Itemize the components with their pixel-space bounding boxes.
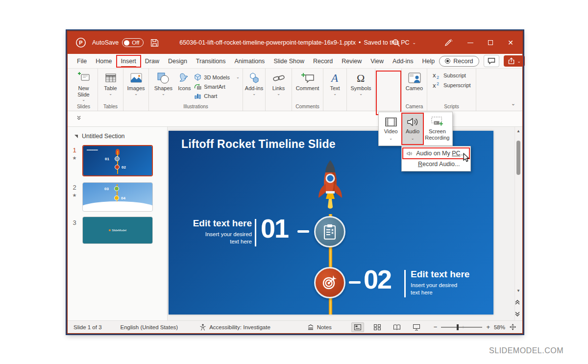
clipboard-icon xyxy=(322,223,337,240)
comment-bubble-icon xyxy=(488,57,495,65)
minimize-button[interactable] xyxy=(467,43,473,43)
accessibility-status[interactable]: Accessibility: Investigate xyxy=(199,324,270,331)
autosave-control[interactable]: AutoSave Off xyxy=(92,38,144,47)
video-film-icon xyxy=(384,116,398,128)
reading-view-button[interactable] xyxy=(391,322,403,332)
superscript-button[interactable]: x2 Superscript xyxy=(432,81,476,89)
connector-dash xyxy=(349,281,361,284)
milestone-2-textbox[interactable]: Edit text here Insert your desired text … xyxy=(411,269,485,296)
chart-button[interactable]: Chart xyxy=(194,92,239,99)
slide-1-number: 1 xyxy=(71,146,78,154)
icons-bird-icon xyxy=(178,71,190,85)
tab-design[interactable]: Design xyxy=(164,55,192,67)
new-slide-button[interactable]: New Slide ⌄ xyxy=(73,71,95,102)
menu-item-screen-recording[interactable]: Screen Recording xyxy=(423,113,451,145)
language-status[interactable]: English (United States) xyxy=(121,324,178,330)
menu-item-video[interactable]: Video ⌄ xyxy=(380,113,402,145)
tab-help[interactable]: Help xyxy=(417,55,439,67)
collapse-ribbon-chevron-icon[interactable]: ⌄ xyxy=(511,100,515,107)
comment-button[interactable]: Comment xyxy=(293,71,322,92)
close-button[interactable]: ✕ xyxy=(508,39,514,46)
milestone-2-number[interactable]: 02 xyxy=(364,266,391,292)
new-comment-icon xyxy=(301,71,315,85)
group-links: Links ⌄ xyxy=(266,69,292,111)
zoom-level[interactable]: 58% xyxy=(494,324,505,330)
zoom-slider[interactable]: + xyxy=(441,327,482,328)
tab-transitions[interactable]: Transitions xyxy=(192,55,230,67)
scroll-down-icon[interactable]: ▼ xyxy=(515,289,522,293)
tab-slide-show[interactable]: Slide Show xyxy=(269,55,309,67)
tab-animations[interactable]: Animations xyxy=(230,55,270,67)
menu-item-audio[interactable]: Audio ⌄ xyxy=(402,113,423,145)
slide-show-button[interactable] xyxy=(410,322,423,332)
section-header[interactable]: Untitled Section xyxy=(74,133,125,140)
tab-home[interactable]: Home xyxy=(91,55,116,67)
menu-item-audio-on-my-pc[interactable]: Audio on My PC... xyxy=(403,148,469,159)
slide-indicator[interactable]: Slide 1 of 3 xyxy=(74,324,102,330)
tab-view[interactable]: View xyxy=(366,55,388,67)
text-button[interactable]: A Text ⌄ xyxy=(325,71,345,96)
zoom-slider-thumb[interactable] xyxy=(457,324,459,330)
saved-status: Saved to this PC xyxy=(364,39,409,46)
vertical-scrollbar[interactable]: ▲ ▼ xyxy=(514,127,521,320)
next-slide-icon[interactable] xyxy=(515,312,522,316)
chevron-down-icon: ⌄ xyxy=(413,40,416,45)
normal-view-button[interactable] xyxy=(351,322,364,332)
autosave-toggle[interactable]: Off xyxy=(122,38,144,47)
slide-thumbnail-2[interactable]: 03 04 xyxy=(82,182,153,212)
comments-button[interactable] xyxy=(484,55,499,67)
record-button[interactable]: Record xyxy=(439,56,479,67)
slide-sorter-view-button[interactable] xyxy=(371,322,384,332)
milestone-1-number[interactable]: 01 xyxy=(261,215,288,242)
menu-item-record-audio[interactable]: Record Audio... xyxy=(403,159,469,170)
tab-insert[interactable]: Insert xyxy=(117,55,141,67)
cameo-button[interactable]: Cameo xyxy=(403,71,426,92)
divider-bar xyxy=(255,219,256,246)
document-title[interactable]: 65036-01-lift-off-rocket-timeline-powerp… xyxy=(179,39,416,46)
slide-title[interactable]: Liftoff Rocket Timeline Slide xyxy=(181,138,336,151)
rocket-graphic[interactable] xyxy=(313,159,348,217)
scroll-up-icon[interactable]: ▲ xyxy=(515,129,522,133)
share-button[interactable]: ⌄ xyxy=(504,55,525,67)
notes-icon xyxy=(307,324,315,331)
maximize-button[interactable] xyxy=(488,40,493,45)
tab-file[interactable]: File xyxy=(73,55,91,67)
save-icon[interactable] xyxy=(150,39,159,47)
cameo-icon xyxy=(408,71,421,85)
zoom-in-button[interactable]: + xyxy=(486,324,490,330)
milestone-1-circle[interactable] xyxy=(314,216,345,247)
slide-thumbnail-1[interactable]: ▬▬▬▬▬ 01 02 xyxy=(82,145,153,176)
pen-tools-icon[interactable] xyxy=(444,38,453,47)
symbols-button[interactable]: Ω Symbols ⌄ xyxy=(348,71,374,96)
search-icon[interactable] xyxy=(392,39,400,47)
images-button[interactable]: Images ⌄ xyxy=(125,71,147,96)
tab-record[interactable]: Record xyxy=(309,55,337,67)
table-button[interactable]: Table ⌄ xyxy=(99,71,122,96)
images-icon xyxy=(130,71,143,85)
milestone-1-textbox[interactable]: Edit text here Insert your desired text … xyxy=(178,218,252,245)
chevron-down-icon: ⌄ xyxy=(411,137,415,141)
add-ins-button[interactable]: Add-ins ⌄ xyxy=(244,71,265,96)
links-button[interactable]: Links ⌄ xyxy=(268,71,290,96)
tab-review[interactable]: Review xyxy=(337,55,366,67)
zoom-out-button[interactable]: − xyxy=(434,324,438,330)
fit-slide-button[interactable] xyxy=(509,323,516,331)
notes-button[interactable]: Notes xyxy=(304,323,335,332)
previous-slide-icon[interactable] xyxy=(515,300,522,305)
tab-draw[interactable]: Draw xyxy=(141,55,164,67)
superscript-icon: x2 xyxy=(432,81,441,89)
3d-models-button[interactable]: 3D Models ⌄ xyxy=(194,73,239,81)
shapes-button[interactable]: Shapes ⌄ xyxy=(152,71,174,96)
svg-text:2: 2 xyxy=(437,81,439,86)
powerpoint-logo-icon[interactable]: P xyxy=(75,37,86,48)
chevron-down-icon: ⌄ xyxy=(236,75,240,79)
smartart-button[interactable]: SmartArt xyxy=(194,83,239,90)
double-chevron-down-icon[interactable] xyxy=(76,116,81,120)
milestone-2-circle[interactable] xyxy=(314,267,345,298)
icons-button[interactable]: Icons xyxy=(175,71,194,92)
mouse-cursor xyxy=(463,153,470,163)
slide-thumbnail-3[interactable]: SlideModel xyxy=(82,217,153,244)
subscript-button[interactable]: x2 Subscript xyxy=(432,72,476,79)
scrollbar-thumb[interactable] xyxy=(516,141,520,175)
tab-add-ins[interactable]: Add-ins xyxy=(388,55,417,67)
